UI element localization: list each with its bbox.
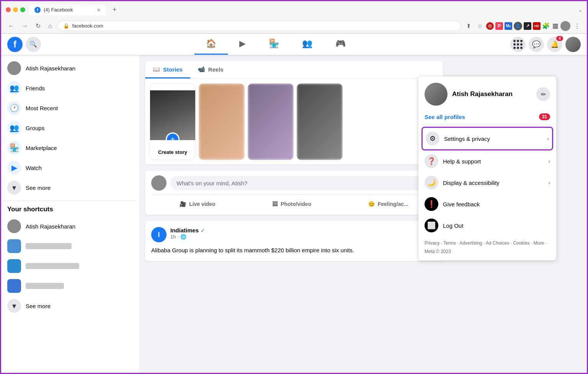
tab-close-button[interactable]: × xyxy=(97,7,100,13)
multilogin-extension-icon[interactable]: M₂ xyxy=(505,22,512,30)
help-icon: ❓ xyxy=(425,154,438,168)
stories-tab-icon: 📖 xyxy=(153,66,160,73)
sidebar-item-profile[interactable]: Atish Rajasekharan xyxy=(4,58,136,78)
dropdown-help-item[interactable]: ❓ Help & support › xyxy=(421,150,553,172)
facebook-header: f 🔍 🏠 ▶ 🏪 👥 🎮 💬 xyxy=(1,34,587,55)
tab-chevron-icon[interactable]: ⌄ xyxy=(578,7,582,13)
lock-icon: 🔒 xyxy=(63,23,69,29)
footer-links: Privacy · Terms · Advertising · Ad Choic… xyxy=(425,240,547,254)
header-right-actions: 💬 🔔 4 xyxy=(510,37,581,52)
nav-marketplace[interactable]: 🏪 xyxy=(257,34,291,55)
dropdown-user-name: Atish Rajasekharan xyxy=(452,90,513,98)
settings-icon: ⚙ xyxy=(426,132,439,145)
browser-titlebar: f (4) Facebook × + ⌄ xyxy=(1,1,587,18)
dropdown-edit-button[interactable]: ✏ xyxy=(536,87,550,101)
sidebar-profile-avatar xyxy=(7,61,21,75)
bookmark-button[interactable]: ☆ xyxy=(475,21,485,31)
settings-label: Settings & privacy xyxy=(444,136,542,142)
home-icon: 🏠 xyxy=(206,39,216,49)
dropdown-settings-item[interactable]: ⚙ Settings & privacy › xyxy=(421,127,553,150)
dropdown-see-all-profiles: See all profiles 31 xyxy=(421,110,553,125)
address-bar[interactable]: 🔒 facebook.com xyxy=(57,21,461,31)
share-button[interactable]: ⬆ xyxy=(464,21,474,31)
dropdown-menu: Atish Rajasekharan ✏ See all profiles 31… xyxy=(418,77,556,260)
main-layout: Atish Rajasekharan 👥 Friends 🕐 Most Rece… xyxy=(1,55,587,373)
stories-tab-label: Stories xyxy=(163,66,183,73)
display-label: Display & accessibility xyxy=(443,180,544,186)
hd-extension-icon[interactable]: HD xyxy=(533,22,541,30)
browser-profile-avatar[interactable] xyxy=(560,21,570,31)
arrow-extension-icon[interactable]: ↗ xyxy=(524,22,531,30)
video-icon: ▶ xyxy=(239,39,246,49)
header-profile-avatar[interactable] xyxy=(565,37,581,52)
dropdown-feedback-item[interactable]: ❗ Give feedback xyxy=(421,193,553,215)
browser-window-controls xyxy=(6,7,25,12)
feedback-icon: ❗ xyxy=(425,197,438,211)
browser-navbar: ← → ↻ ⌂ 🔒 facebook.com ⬆ ☆ O P M₂ 👤 ↗ HD… xyxy=(1,18,587,33)
dropdown-display-item[interactable]: 🌙 Display & accessibility › xyxy=(421,172,553,193)
reels-tab-icon: 📹 xyxy=(198,66,205,73)
new-tab-button[interactable]: + xyxy=(109,4,120,15)
pocket-extension-icon[interactable]: P xyxy=(495,22,503,30)
profiles-count-badge: 31 xyxy=(539,113,550,120)
browser-more-button[interactable]: ⋮ xyxy=(572,21,582,31)
logout-label: Log Out xyxy=(443,222,550,229)
profile-extension-icon[interactable]: 👤 xyxy=(514,22,522,30)
grid-icon xyxy=(513,40,523,49)
dropdown-user-avatar[interactable] xyxy=(425,83,448,106)
home-button[interactable]: ⌂ xyxy=(46,21,54,31)
notification-badge: 4 xyxy=(556,36,563,41)
search-button[interactable]: 🔍 xyxy=(26,37,41,52)
gaming-icon: 🎮 xyxy=(335,39,346,49)
dropdown-overlay: Atish Rajasekharan ✏ See all profiles 31… xyxy=(1,77,587,373)
apps-button[interactable] xyxy=(510,37,526,52)
tab-title: (4) Facebook xyxy=(44,7,73,13)
help-label: Help & support xyxy=(443,158,544,165)
dropdown-logout-item[interactable]: ⬜ Log Out xyxy=(421,215,553,236)
messenger-button[interactable]: 💬 xyxy=(529,37,544,52)
reels-tab[interactable]: 📹 Reels xyxy=(190,61,231,78)
logout-icon: ⬜ xyxy=(425,219,438,232)
browser-actions: ⬆ ☆ O P M₂ 👤 ↗ HD 🧩 ▥ ⋮ xyxy=(464,21,582,31)
tab-favicon: f xyxy=(34,7,41,13)
settings-arrow-icon: › xyxy=(547,136,549,142)
address-text: facebook.com xyxy=(72,23,455,29)
tab-favicon-text: f xyxy=(37,8,38,12)
close-window-button[interactable] xyxy=(6,7,11,12)
back-button[interactable]: ← xyxy=(6,21,16,31)
help-arrow-icon: › xyxy=(548,158,550,164)
see-all-profiles-link[interactable]: See all profiles xyxy=(425,114,465,120)
search-icon: 🔍 xyxy=(29,41,37,48)
sidebar-profile-name: Atish Rajasekharan xyxy=(26,65,75,72)
notifications-button[interactable]: 🔔 4 xyxy=(547,37,562,52)
messenger-icon: 💬 xyxy=(532,40,541,49)
stories-tab[interactable]: 📖 Stories xyxy=(145,61,190,78)
nav-video[interactable]: ▶ xyxy=(228,34,257,55)
main-navigation: 🏠 ▶ 🏪 👥 🎮 xyxy=(41,34,510,55)
maximize-window-button[interactable] xyxy=(20,7,25,12)
marketplace-nav-icon: 🏪 xyxy=(269,39,279,49)
nav-groups[interactable]: 👥 xyxy=(291,34,324,55)
groups-nav-icon: 👥 xyxy=(302,39,312,49)
edit-icon: ✏ xyxy=(541,91,546,98)
reels-tab-label: Reels xyxy=(208,66,224,73)
browser-chrome: f (4) Facebook × + ⌄ ← → ↻ ⌂ 🔒 facebook.… xyxy=(1,1,587,34)
nav-home[interactable]: 🏠 xyxy=(194,34,228,55)
dropdown-footer: Privacy · Terms · Advertising · Ad Choic… xyxy=(421,236,553,257)
reload-button[interactable]: ↻ xyxy=(33,21,43,31)
display-arrow-icon: › xyxy=(548,180,550,186)
display-icon: 🌙 xyxy=(425,176,438,189)
minimize-window-button[interactable] xyxy=(13,7,18,12)
sidebar-extension-icon[interactable]: ▥ xyxy=(551,22,559,30)
feedback-label: Give feedback xyxy=(443,201,550,207)
browser-tab[interactable]: f (4) Facebook × xyxy=(29,5,106,15)
opera-extension-icon[interactable]: O xyxy=(486,22,494,30)
dropdown-header: Atish Rajasekharan ✏ xyxy=(421,80,553,109)
forward-button[interactable]: → xyxy=(20,21,30,31)
facebook-logo[interactable]: f xyxy=(7,37,23,52)
puzzle-extension-icon[interactable]: 🧩 xyxy=(542,22,550,30)
bell-icon: 🔔 xyxy=(550,40,559,49)
nav-gaming[interactable]: 🎮 xyxy=(324,34,357,55)
